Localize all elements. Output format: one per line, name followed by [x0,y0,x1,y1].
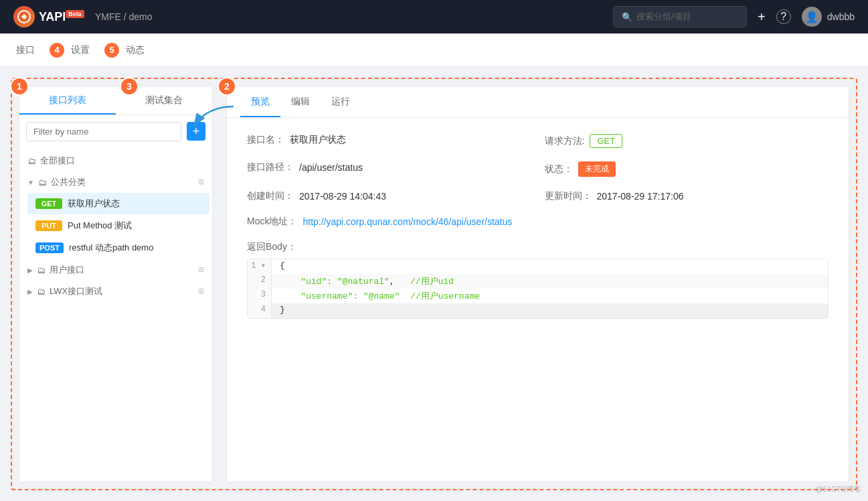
api-name-value: 获取用户状态 [290,134,346,146]
username: dwbbb [827,11,855,22]
path-value: /api/user/status [299,162,363,173]
nav-item-shezhi[interactable]: 4 设置 [58,33,92,67]
avatar: 👤 [802,7,822,27]
group-lwx-header[interactable]: ▶ 🗂 LWX接口测试 ≡ [19,281,212,301]
add-icon[interactable]: + [758,9,766,25]
right-panel: 2 预览 编辑 运行 接口名： [226,86,849,482]
method-badge-post: POST [35,242,64,253]
detail-row-3: 创建时间： 2017-08-29 14:04:43 更新时间： 2017-08-… [247,190,829,202]
code-line-4: 4 } [248,303,828,318]
update-time-field: 更新时间： 2017-08-29 17:17:06 [545,190,829,202]
collapse-arrow-lwx: ▶ [27,288,33,295]
method-value: GET [590,134,622,148]
method-field: 请求方法: GET [545,134,829,148]
line-num-1: 1 ▾ [248,259,272,274]
api-item-2[interactable]: POST restful 动态path demo [27,237,209,259]
api-list: 🗂 全部接口 ▼ 🗂 公共分类 ≡ GE [19,148,212,305]
menu-icon-user[interactable]: ≡ [198,264,204,276]
search-placeholder: 搜索分组/项目 [636,11,691,23]
group-public-label: 公共分类 [51,176,86,188]
group-user-header[interactable]: ▶ 🗂 用户接口 ≡ [19,260,212,280]
return-body-label: 返回Body： [247,241,829,253]
mock-field: Mock地址： http://yapi.corp.qunar.com/mock/… [247,216,512,228]
group-public-header[interactable]: ▼ 🗂 公共分类 ≡ [19,172,212,192]
header-icons: + ? [758,9,791,25]
update-time-value: 2017-08-29 17:17:06 [597,191,684,202]
group-user: ▶ 🗂 用户接口 ≡ [19,260,212,280]
watermark: @51CTO博客 [816,484,861,494]
left-panel-tabs: 接口列表 测试集合 [19,86,212,115]
group-public: ▼ 🗂 公共分类 ≡ GET 获取用户状态 PUT Put [19,172,212,259]
filter-area: + [19,115,212,148]
mock-value[interactable]: http://yapi.corp.qunar.com/mock/46/api/u… [302,216,512,227]
status-field: 状态： 未完成 [545,161,829,177]
right-tabs: 预览 编辑 运行 [227,86,849,118]
logo-area: YAPIBeta [13,6,84,27]
tab-edit[interactable]: 编辑 [280,86,321,117]
api-name-field: 接口名： 获取用户状态 [247,134,531,146]
create-time-label: 创建时间： [247,190,294,202]
line-content-4: } [272,303,828,318]
code-line-2: 2 "uid": "@natural", //用户uid [248,274,828,289]
line-num-3: 3 [248,289,272,303]
detail-row-1: 接口名： 获取用户状态 请求方法: GET [247,134,829,148]
nav-item-jiekou[interactable]: 接口 [13,33,37,67]
path-field: 接口路径： /api/user/status [247,161,531,173]
create-time-value: 2017-08-29 14:04:43 [299,191,386,202]
nav-item-dongtai[interactable]: 5 动态 [112,33,147,67]
api-name-label: 接口名： [247,134,284,146]
detail-content: 接口名： 获取用户状态 请求方法: GET 接口路径： /api/user/st… [227,118,849,335]
panel-badge-1: 1 [10,77,29,96]
nav-bar: 接口 4 设置 5 动态 [0,33,868,67]
collapse-arrow: ▼ [27,179,34,186]
nav-badge-4: 4 [48,42,66,59]
add-api-button[interactable]: + [187,122,205,141]
create-time-field: 创建时间： 2017-08-29 14:04:43 [247,190,531,202]
logo-icon [13,6,35,27]
method-label: 请求方法: [545,135,585,147]
detail-row-4: Mock地址： http://yapi.corp.qunar.com/mock/… [247,216,829,228]
search-box[interactable]: 🔍 搜索分组/项目 [613,6,747,27]
api-name-0: 获取用户状态 [68,198,120,210]
main-content: 1 3 接口列表 测试集合 + 🗂 全部接口 [0,67,868,501]
update-time-label: 更新时间： [545,190,592,202]
beta-badge: Beta [66,10,84,18]
status-label: 状态： [545,163,573,175]
mock-label: Mock地址： [247,216,297,228]
avatar-area: 👤 dwbbb [802,7,855,27]
all-apis-item[interactable]: 🗂 全部接口 [19,151,212,171]
panel-badge-2: 2 [218,77,236,96]
folder-icon-user: 🗂 [37,265,46,275]
help-icon[interactable]: ? [776,9,791,24]
left-panel: 1 3 接口列表 测试集合 + 🗂 全部接口 [19,86,213,482]
line-content-1: { [272,259,828,274]
api-items-public: GET 获取用户状态 PUT Put Method 测试 POST restfu… [19,193,212,259]
status-badge: 未完成 [578,161,616,177]
code-line-1: 1 ▾ { [248,259,828,274]
tab-run[interactable]: 运行 [321,86,361,117]
group-user-label: 用户接口 [50,264,84,276]
nav-badge-5: 5 [103,42,120,59]
detail-row-2: 接口路径： /api/user/status 状态： 未完成 [247,161,829,177]
collapse-arrow-user: ▶ [27,267,33,274]
method-badge-put: PUT [35,220,62,231]
breadcrumb: YMFE / demo [95,11,153,22]
api-item-1[interactable]: PUT Put Method 测试 [27,215,209,236]
return-body-section: 返回Body： 1 ▾ { 2 "uid": "@natural", //用户u… [247,241,829,319]
logo-text: YAPIBeta [39,10,84,24]
tab-preview[interactable]: 预览 [240,86,280,117]
group-lwx: ▶ 🗂 LWX接口测试 ≡ [19,281,212,301]
line-content-2: "uid": "@natural", //用户uid [272,274,828,289]
panel-badge-3: 3 [120,77,139,96]
tab-interface-list[interactable]: 接口列表 [19,86,116,115]
api-name-1: Put Method 测试 [68,220,132,232]
menu-icon-public[interactable]: ≡ [198,176,204,188]
menu-icon-lwx[interactable]: ≡ [198,285,204,297]
code-block: 1 ▾ { 2 "uid": "@natural", //用户uid 3 "us… [247,259,829,319]
filter-input[interactable] [26,122,181,141]
line-content-3: "username": "@name" //用户username [272,289,828,303]
code-line-3: 3 "username": "@name" //用户username [248,289,828,303]
line-num-2: 2 [248,274,272,289]
api-item-0[interactable]: GET 获取用户状态 [27,193,209,214]
search-icon: 🔍 [622,12,632,22]
